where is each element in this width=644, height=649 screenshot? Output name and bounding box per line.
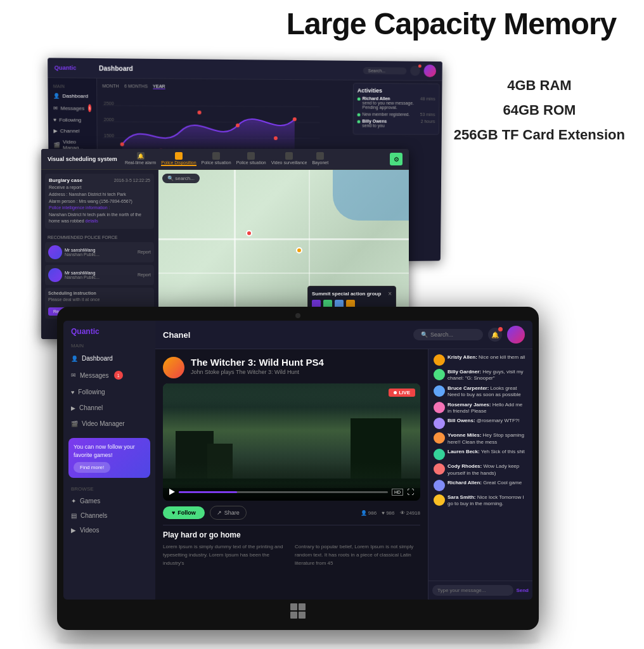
chat-input-area: Send <box>428 581 532 600</box>
video-controls: HD ⛶ <box>163 483 420 501</box>
video-player[interactable]: LIVE HD ⛶ <box>163 383 420 501</box>
channel-title: Chanel <box>163 330 190 340</box>
chat-msg-2: Billy Gardner: Hey guys, visit my chanel… <box>434 369 527 382</box>
sidebar-channel[interactable]: ▶ Channel <box>63 400 155 416</box>
map-search[interactable]: 🔍 search... <box>162 174 200 183</box>
action-bar: ♥Follow ↗Share 👤 986 ♥ 986 👁 24918 <box>163 506 420 525</box>
db-dashboard-item[interactable]: 👤Dashboard <box>48 91 97 102</box>
chat-msg-1: Kristy Allen: Nice one kill them all <box>434 354 527 366</box>
sched-title: Visual scheduling system <box>48 156 117 162</box>
svg-point-7 <box>120 143 124 146</box>
play-button[interactable] <box>169 489 175 495</box>
top-search[interactable]: 🔍Search... <box>413 329 483 340</box>
svg-text:2000: 2000 <box>104 117 114 122</box>
db-search[interactable]: Search... <box>363 67 407 74</box>
user-avatar <box>423 65 436 77</box>
play-hard-title: Play hard or go home <box>163 530 420 539</box>
sidebar-dashboard[interactable]: 👤 Dashboard <box>63 350 155 366</box>
follow-button[interactable]: ♥Follow <box>163 506 205 519</box>
chat-msg-7: Lauren Beck: Yeh Sick of this shit <box>434 449 527 460</box>
sidebar-channels[interactable]: ▤ Channels <box>63 508 155 523</box>
windows-button[interactable] <box>290 603 306 619</box>
description-section: Play hard or go home Lorem Ipsum is simp… <box>163 530 420 567</box>
sidebar-vidmgr[interactable]: 🎬 Video Manager <box>63 416 155 432</box>
officer-1: Mr sanshiWangNanshan Public... Report <box>45 242 154 262</box>
stats-bar: 👤 986 ♥ 986 👁 24918 <box>361 510 420 516</box>
sidebar-games[interactable]: ✦ Games <box>63 494 155 508</box>
officer-2: Mr sanshiWangNanshan Public... Report <box>45 265 154 285</box>
chat-msg-8: Cody Rhodes: Wow Lady keep yourself in t… <box>434 463 527 477</box>
chat-panel: Kristy Allen: Nice one kill them all Bil… <box>428 349 532 600</box>
svg-line-0 <box>103 106 320 107</box>
spec-rom: 64GB ROM <box>454 101 625 120</box>
chat-input[interactable] <box>432 585 513 596</box>
share-button[interactable]: ↗Share <box>210 506 247 520</box>
activity-item-3: Billy Owenssend to you 2 hours <box>357 119 435 128</box>
notif-icon <box>410 66 420 76</box>
chat-messages-list: Kristy Allen: Nice one kill them all Bil… <box>428 349 532 581</box>
page-container: Large Capacity Memory 4GB RAM 64GB ROM 2… <box>0 0 644 649</box>
find-more-btn-main[interactable]: Find more! <box>74 462 110 473</box>
db-title: Dashboard <box>99 65 133 72</box>
spec-ram: 4GB RAM <box>454 76 625 96</box>
tablet-reflection <box>57 629 539 644</box>
svg-text:1500: 1500 <box>104 133 114 138</box>
activity-item-1: Richard Allensend to you new message. Pe… <box>357 96 435 110</box>
activity-item-2: New member registered. 53 mins <box>357 112 435 117</box>
chat-msg-5: Bill Owens: @rosemary WTF?! <box>434 418 527 429</box>
chat-msg-6: Yvonne Miles: Hey Stop spaming here!! Cl… <box>434 432 527 446</box>
user-avatar-main <box>507 326 525 344</box>
sidebar-brand: Quantic <box>63 327 155 341</box>
browse-label: Browse <box>63 484 155 494</box>
promo-box-main: You can now follow your favorite games! … <box>68 438 150 478</box>
main-content-area: Chanel 🔍Search... 🔔 <box>155 321 532 600</box>
fullscreen-btn[interactable]: ⛶ <box>407 488 414 496</box>
svg-text:2500: 2500 <box>104 101 114 106</box>
sidebar-main-label: Main <box>63 341 155 350</box>
progress-bar[interactable] <box>179 491 388 493</box>
svg-point-9 <box>198 110 202 114</box>
activities-panel: Activities Richard Allensend to you new … <box>353 83 440 135</box>
tablet-screen: Quantic Main 👤 Dashboard ✉ Messages 1 ♥ … <box>63 321 532 600</box>
hd-label: HD <box>392 489 403 496</box>
svg-point-11 <box>274 136 278 140</box>
video-title: The Witcher 3: Wild Hunt PS4 <box>191 357 324 368</box>
content-with-chat: The Witcher 3: Wild Hunt PS4 John Stoke … <box>155 349 532 600</box>
svg-point-10 <box>236 124 240 127</box>
db-channel-item[interactable]: ▶Channel <box>48 125 97 137</box>
chat-msg-9: Richard Allen: Great Cool game <box>434 480 527 491</box>
chat-msg-4: Rosemary James: Hello Add me in friends!… <box>434 402 527 415</box>
activities-title: Activities <box>357 87 435 94</box>
video-header: The Witcher 3: Wild Hunt PS4 John Stoke … <box>163 357 420 378</box>
app-sidebar: Quantic Main 👤 Dashboard ✉ Messages 1 ♥ … <box>63 321 155 600</box>
burglary-case: Burglary case 2016-3-5 12:22:25 Receive … <box>45 174 154 229</box>
video-content: The Witcher 3: Wild Hunt PS4 John Stoke … <box>155 349 428 600</box>
messages-badge: 1 <box>114 371 123 380</box>
svg-point-12 <box>293 117 297 121</box>
send-button[interactable]: Send <box>516 588 529 593</box>
tablet-bottom-bar <box>63 600 532 622</box>
sidebar-messages[interactable]: ✉ Messages 1 <box>63 366 155 384</box>
sidebar-following[interactable]: ♥ Following <box>63 384 155 400</box>
svg-line-1 <box>103 122 320 122</box>
page-title: Large Capacity Memory <box>259 6 644 41</box>
description-text-1: Lorem Ipsum is simply dummy text of the … <box>163 543 288 567</box>
description-text-2: Contrary to popular belief, Lorem Ipsum … <box>295 543 420 567</box>
chat-msg-10: Sara Smith: Nice lock Tomorrow I go to b… <box>434 494 527 508</box>
video-subtitle: John Stoke plays The Witcher 3: Wild Hun… <box>191 369 324 375</box>
specs-panel: 4GB RAM 64GB ROM 256GB TF Card Extension <box>454 76 625 150</box>
app-topbar: Chanel 🔍Search... 🔔 <box>155 321 532 349</box>
chat-msg-3: Bruce Carpenter: Looks great Need to buy… <box>434 385 527 399</box>
streamer-avatar <box>163 357 184 378</box>
db-messages-item[interactable]: ✉Messages 1 <box>48 101 97 115</box>
spec-extension: 256GB TF Card Extension <box>454 125 625 145</box>
tablet-device: Quantic Main 👤 Dashboard ✉ Messages 1 ♥ … <box>57 307 539 630</box>
live-badge: LIVE <box>389 389 415 397</box>
notif-bell[interactable]: 🔔 <box>488 328 502 342</box>
sidebar-videos[interactable]: ▶ Videos <box>63 523 155 537</box>
db-following-item[interactable]: ♥Following <box>48 115 97 126</box>
db-brand: Quantic <box>55 65 94 72</box>
